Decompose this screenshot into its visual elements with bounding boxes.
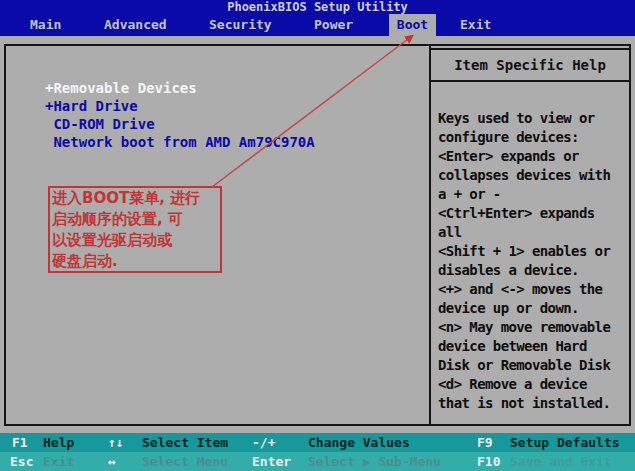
help-panel-text: Keys used to view or configure devices: … [438, 109, 628, 413]
tab-advanced[interactable]: Advanced [104, 14, 167, 36]
key-enter: Enter [252, 452, 291, 471]
key-minusplus-label: Change Values [308, 433, 410, 452]
key-leftright-label: Select Menu [142, 452, 228, 471]
key-updown-label: Select Item [142, 433, 228, 452]
key-hint-row-2: Esc Exit ↔ Select Menu Enter Select ▶ Su… [0, 452, 635, 471]
key-leftright-icon: ↔ [108, 452, 116, 471]
key-f1: F1 [12, 433, 28, 452]
panel-divider [429, 44, 431, 426]
bios-setup-screen: PhoenixBIOS Setup Utility Main Advanced … [0, 0, 635, 471]
key-esc: Esc [10, 452, 33, 471]
key-f9-label: Setup Defaults [510, 433, 620, 452]
help-panel-title: Item Specific Help [431, 48, 629, 82]
boot-item-removable-devices[interactable]: +Removable Devices [45, 80, 197, 96]
key-f10-label: Save and Exit [510, 452, 612, 471]
tab-main[interactable]: Main [30, 14, 61, 36]
boot-item-hard-drive[interactable]: +Hard Drive [45, 98, 138, 114]
key-esc-label: Exit [43, 452, 74, 471]
key-enter-label: Select ▶ Sub-Menu [308, 452, 441, 471]
boot-item-network-boot[interactable]: Network boot from AMD Am79C970A [45, 134, 315, 150]
key-f1-label: Help [43, 433, 74, 452]
menu-bar: Main Advanced Security Power Boot Exit [0, 14, 635, 36]
boot-item-cdrom-drive[interactable]: CD-ROM Drive [45, 116, 155, 132]
key-hint-bar: F1 Help ↑↓ Select Item -/+ Change Values… [0, 433, 635, 471]
tab-power[interactable]: Power [314, 14, 353, 36]
key-updown-icon: ↑↓ [108, 433, 124, 452]
annotation-box: 进入BOOT菜单, 进行 启动顺序的设置, 可 以设置光驱启动或 硬盘启动. [48, 186, 222, 273]
tab-exit[interactable]: Exit [460, 14, 491, 36]
key-f10: F10 [477, 452, 500, 471]
key-hint-row-1: F1 Help ↑↓ Select Item -/+ Change Values… [0, 433, 635, 452]
key-f9: F9 [477, 433, 493, 452]
key-minusplus: -/+ [252, 433, 275, 452]
tab-boot-active[interactable]: Boot [389, 14, 436, 36]
app-title: PhoenixBIOS Setup Utility [0, 0, 635, 14]
tab-security[interactable]: Security [209, 14, 272, 36]
